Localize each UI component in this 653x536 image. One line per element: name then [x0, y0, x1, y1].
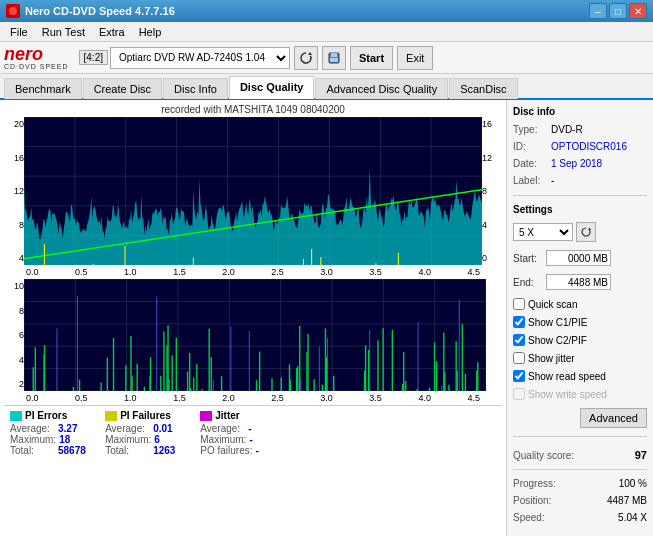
- pi-errors-max: 18: [59, 434, 89, 445]
- start-mb-field[interactable]: [546, 250, 611, 266]
- top-y-left: 20 16 12 8 4: [4, 117, 24, 265]
- maximize-button[interactable]: □: [609, 3, 627, 19]
- bottom-x-axis: 0.0 0.5 1.0 1.5 2.0 2.5 3.0 3.5 4.0 4.5: [4, 393, 502, 403]
- show-jitter-row: Show jitter: [513, 352, 647, 364]
- svg-point-0: [9, 7, 17, 15]
- stat-pi-failures: PI Failures Average: 0.01 Maximum: 6 Tot…: [105, 410, 184, 456]
- speed-value: 5.04 X: [618, 512, 647, 523]
- show-read-speed-checkbox[interactable]: [513, 370, 525, 382]
- speed-select[interactable]: 5 X: [513, 223, 573, 241]
- top-chart-wrapper: 20 16 12 8 4 16 12 8 4 0: [4, 117, 502, 265]
- advanced-button[interactable]: Advanced: [580, 408, 647, 428]
- speed-row: 5 X: [513, 222, 647, 242]
- show-c1-checkbox[interactable]: [513, 316, 525, 328]
- pi-errors-label: PI Errors: [25, 410, 67, 421]
- tab-disc-info[interactable]: Disc Info: [163, 78, 228, 99]
- divider-1: [513, 195, 647, 196]
- disc-label-row: Label: -: [513, 175, 647, 186]
- show-write-speed-checkbox[interactable]: [513, 388, 525, 400]
- tab-advanced-disc-quality[interactable]: Advanced Disc Quality: [315, 78, 448, 99]
- show-c2-row: Show C2/PIF: [513, 334, 647, 346]
- right-panel: Disc info Type: DVD-R ID: OPTODISCR016 D…: [506, 100, 653, 536]
- menu-extra[interactable]: Extra: [93, 24, 131, 40]
- show-jitter-checkbox[interactable]: [513, 352, 525, 364]
- start-mb-label: Start:: [513, 253, 543, 264]
- tab-create-disc[interactable]: Create Disc: [83, 78, 162, 99]
- pi-failures-total: 1263: [153, 445, 183, 456]
- quick-scan-row: Quick scan: [513, 298, 647, 310]
- main-content: recorded with MATSHITA 1049 08040200 20 …: [0, 100, 653, 536]
- speed-row: Speed: 5.04 X: [513, 512, 647, 523]
- pi-errors-avg: 3.27: [58, 423, 88, 434]
- bottom-y-left: 10 8 6 4 2: [4, 279, 24, 391]
- quick-scan-checkbox[interactable]: [513, 298, 525, 310]
- show-c2-checkbox[interactable]: [513, 334, 525, 346]
- top-chart-canvas: [24, 117, 482, 265]
- end-mb-field[interactable]: [546, 274, 611, 290]
- show-jitter-label[interactable]: Show jitter: [528, 353, 575, 364]
- toolbar: nero CD·DVD SPEED [4:2] Optiarc DVD RW A…: [0, 42, 653, 74]
- minimize-button[interactable]: –: [589, 3, 607, 19]
- svg-rect-3: [331, 53, 337, 57]
- drive-dropdown[interactable]: Optiarc DVD RW AD-7240S 1.04: [110, 47, 290, 69]
- speed-label: Speed:: [513, 512, 545, 523]
- progress-value: 100 %: [619, 478, 647, 489]
- show-c1-label[interactable]: Show C1/PIE: [528, 317, 587, 328]
- pi-failures-color: [105, 411, 117, 421]
- jitter-color: [200, 411, 212, 421]
- disc-info-title: Disc info: [513, 106, 647, 117]
- tab-bar: Benchmark Create Disc Disc Info Disc Qua…: [0, 74, 653, 100]
- start-button[interactable]: Start: [350, 46, 393, 70]
- disc-type-label: Type:: [513, 124, 548, 135]
- position-row: Position: 4487 MB: [513, 495, 647, 506]
- menu-file[interactable]: File: [4, 24, 34, 40]
- quality-score-label: Quality score:: [513, 450, 574, 461]
- svg-marker-1: [308, 52, 312, 55]
- jitter-label: Jitter: [215, 410, 239, 421]
- pi-errors-color: [10, 411, 22, 421]
- title-bar: Nero CD-DVD Speed 4.7.7.16 – □ ✕: [0, 0, 653, 22]
- settings-title: Settings: [513, 204, 647, 215]
- svg-rect-4: [330, 58, 338, 62]
- divider-2: [513, 436, 647, 437]
- quality-score-row: Quality score: 97: [513, 449, 647, 461]
- tab-scandisc[interactable]: ScanDisc: [449, 78, 517, 99]
- close-button[interactable]: ✕: [629, 3, 647, 19]
- pi-failures-avg: 0.01: [153, 423, 183, 434]
- app-icon: [6, 4, 20, 18]
- refresh-icon-btn[interactable]: [294, 46, 318, 70]
- disc-date-label: Date:: [513, 158, 548, 169]
- disc-id-label: ID:: [513, 141, 548, 152]
- stat-pi-errors: PI Errors Average: 3.27 Maximum: 18 Tota…: [10, 410, 89, 456]
- show-write-speed-label: Show write speed: [528, 389, 607, 400]
- show-write-speed-row: Show write speed: [513, 388, 647, 400]
- end-mb-label: End:: [513, 277, 543, 288]
- quality-score-value: 97: [635, 449, 647, 461]
- position-value: 4487 MB: [607, 495, 647, 506]
- tab-disc-quality[interactable]: Disc Quality: [229, 76, 315, 99]
- chart-title: recorded with MATSHITA 1049 08040200: [4, 104, 502, 115]
- disc-label-value: -: [551, 175, 554, 186]
- menu-bar: File Run Test Extra Help: [0, 22, 653, 42]
- disc-type-row: Type: DVD-R: [513, 124, 647, 135]
- show-c2-label[interactable]: Show C2/PIF: [528, 335, 587, 346]
- tab-benchmark[interactable]: Benchmark: [4, 78, 82, 99]
- quick-scan-label[interactable]: Quick scan: [528, 299, 577, 310]
- po-failures-val: -: [256, 445, 286, 456]
- top-y-right: 16 12 8 4 0: [482, 117, 498, 265]
- progress-label: Progress:: [513, 478, 556, 489]
- menu-run-test[interactable]: Run Test: [36, 24, 91, 40]
- exit-button[interactable]: Exit: [397, 46, 433, 70]
- disc-date-value: 1 Sep 2018: [551, 158, 602, 169]
- disc-type-value: DVD-R: [551, 124, 583, 135]
- show-read-speed-label[interactable]: Show read speed: [528, 371, 606, 382]
- menu-help[interactable]: Help: [133, 24, 168, 40]
- pi-errors-total: 58678: [58, 445, 88, 456]
- pi-failures-max: 6: [154, 434, 184, 445]
- pi-failures-label: PI Failures: [120, 410, 171, 421]
- disc-label-label: Label:: [513, 175, 548, 186]
- svg-marker-5: [588, 228, 591, 231]
- top-x-axis: 0.0 0.5 1.0 1.5 2.0 2.5 3.0 3.5 4.0 4.5: [4, 267, 502, 277]
- settings-refresh-btn[interactable]: [576, 222, 596, 242]
- save-icon-btn[interactable]: [322, 46, 346, 70]
